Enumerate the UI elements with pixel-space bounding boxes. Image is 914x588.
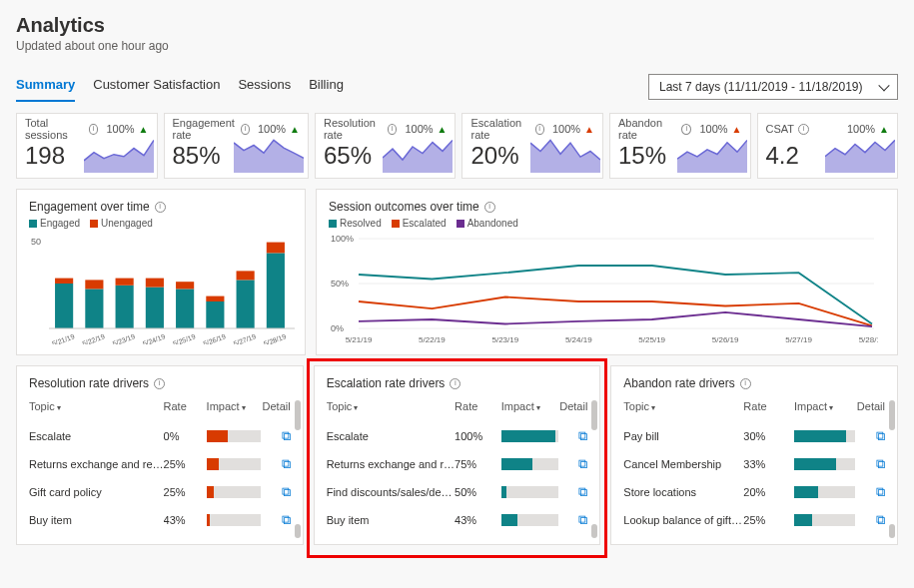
table-row[interactable]: Returns exchange and re… 25% ⧉ <box>29 450 291 478</box>
scroll-thumb[interactable] <box>591 524 597 538</box>
info-icon[interactable]: i <box>535 124 544 135</box>
svg-text:5/28/19: 5/28/19 <box>263 332 287 344</box>
svg-text:5/26/19: 5/26/19 <box>202 332 226 344</box>
col-impact[interactable]: Impact▾ <box>207 394 262 422</box>
scrollbar[interactable] <box>889 400 895 538</box>
tab-customer-satisfaction[interactable]: Customer Satisfaction <box>93 71 220 102</box>
detail-link-icon[interactable]: ⧉ <box>282 428 291 443</box>
table-row[interactable]: Buy item 43% ⧉ <box>29 506 291 534</box>
info-icon[interactable]: i <box>798 124 809 135</box>
col-topic[interactable]: Topic▾ <box>623 394 743 422</box>
trend-up-icon: ▲ <box>732 124 742 135</box>
rate-cell: 0% <box>164 422 207 450</box>
table-row[interactable]: Find discounts/sales/de… 50% ⧉ <box>327 478 588 506</box>
kpi-label: Abandon rate <box>618 117 677 141</box>
kpi-sparkline <box>530 139 594 173</box>
table-row[interactable]: Cancel Membership 33% ⧉ <box>623 450 885 478</box>
info-icon[interactable]: i <box>450 378 460 389</box>
date-range-label: Last 7 days (11/11/2019 - 11/18/2019) <box>659 80 862 94</box>
table-row[interactable]: Store locations 20% ⧉ <box>623 478 885 506</box>
legend: ResolvedEscalatedAbandoned <box>329 218 885 229</box>
detail-link-icon[interactable]: ⧉ <box>876 428 885 443</box>
topic-cell: Store locations <box>623 478 743 506</box>
svg-rect-17 <box>206 296 224 301</box>
impact-bar <box>794 514 855 526</box>
detail-link-icon[interactable]: ⧉ <box>876 512 885 527</box>
scroll-thumb[interactable] <box>295 524 301 538</box>
impact-bar <box>794 458 855 470</box>
col-rate[interactable]: Rate <box>164 394 207 422</box>
info-icon[interactable]: i <box>740 378 751 389</box>
legend-item: Resolved <box>329 218 382 229</box>
table-row[interactable]: Escalate 0% ⧉ <box>29 422 291 450</box>
kpi-pct: 100% <box>552 123 580 135</box>
tab-summary[interactable]: Summary <box>16 71 75 102</box>
col-rate[interactable]: Rate <box>455 394 501 422</box>
scroll-thumb[interactable] <box>889 400 895 430</box>
svg-text:0%: 0% <box>331 323 344 333</box>
scrollbar[interactable] <box>295 400 301 538</box>
table-row[interactable]: Buy item 43% ⧉ <box>327 506 588 534</box>
scroll-thumb[interactable] <box>889 524 895 538</box>
topic-cell: Returns exchange and re… <box>29 450 164 478</box>
col-topic[interactable]: Topic▾ <box>29 394 164 422</box>
svg-text:5/27/19: 5/27/19 <box>785 335 812 344</box>
info-icon[interactable]: i <box>154 378 165 389</box>
kpi-card-total-sessions[interactable]: Total sessions i 100% ▲ 198 <box>16 113 158 179</box>
kpi-card-engagement-rate[interactable]: Engagement rate i 100% ▲ 85% <box>164 113 309 179</box>
tab-strip: SummaryCustomer SatisfactionSessionsBill… <box>16 71 344 103</box>
info-icon[interactable]: i <box>681 124 691 135</box>
col-detail[interactable]: Detail <box>261 394 291 422</box>
rate-cell: 25% <box>164 450 207 478</box>
col-impact[interactable]: Impact▾ <box>794 394 855 422</box>
topic-cell: Pay bill <box>623 422 743 450</box>
info-icon[interactable]: i <box>155 202 166 213</box>
detail-link-icon[interactable]: ⧉ <box>578 512 587 527</box>
scroll-thumb[interactable] <box>295 400 301 430</box>
detail-link-icon[interactable]: ⧉ <box>578 428 587 443</box>
svg-text:5/27/19: 5/27/19 <box>233 332 257 344</box>
kpi-card-escalation-rate[interactable]: Escalation rate i 100% ▲ 20% <box>461 113 603 179</box>
svg-rect-11 <box>146 279 164 288</box>
table-row[interactable]: Escalate 100% ⧉ <box>327 422 588 450</box>
tab-billing[interactable]: Billing <box>309 71 344 102</box>
impact-bar <box>501 486 558 498</box>
info-icon[interactable]: i <box>89 124 99 135</box>
detail-link-icon[interactable]: ⧉ <box>876 484 885 499</box>
kpi-card-abandon-rate[interactable]: Abandon rate i 100% ▲ 15% <box>609 113 751 179</box>
scroll-thumb[interactable] <box>591 400 597 430</box>
topic-cell: Buy item <box>29 506 164 534</box>
trend-up-icon: ▲ <box>879 124 889 135</box>
col-topic[interactable]: Topic▾ <box>327 394 455 422</box>
legend-item: Escalated <box>392 218 447 229</box>
detail-link-icon[interactable]: ⧉ <box>578 484 587 499</box>
scrollbar[interactable] <box>591 400 597 538</box>
date-range-picker[interactable]: Last 7 days (11/11/2019 - 11/18/2019) <box>648 74 898 100</box>
table-row[interactable]: Lookup balance of gift… 25% ⧉ <box>623 506 885 534</box>
rate-cell: 50% <box>455 478 501 506</box>
table-row[interactable]: Returns exchange and r… 75% ⧉ <box>327 450 588 478</box>
detail-link-icon[interactable]: ⧉ <box>876 456 885 471</box>
svg-rect-2 <box>55 279 73 284</box>
kpi-card-csat[interactable]: CSAT i 100% ▲ 4.2 <box>757 113 899 179</box>
tab-sessions[interactable]: Sessions <box>238 71 291 102</box>
col-impact[interactable]: Impact▾ <box>501 394 558 422</box>
rate-cell: 33% <box>743 450 794 478</box>
kpi-card-resolution-rate[interactable]: Resolution rate i 100% ▲ 65% <box>315 113 457 179</box>
table-row[interactable]: Pay bill 30% ⧉ <box>623 422 885 450</box>
info-icon[interactable]: i <box>241 124 250 135</box>
detail-link-icon[interactable]: ⧉ <box>282 484 291 499</box>
col-rate[interactable]: Rate <box>743 394 794 422</box>
col-detail[interactable]: Detail <box>558 394 588 422</box>
kpi-pct: 100% <box>258 123 286 135</box>
col-detail[interactable]: Detail <box>855 394 885 422</box>
info-icon[interactable]: i <box>484 202 495 213</box>
detail-link-icon[interactable]: ⧉ <box>282 456 291 471</box>
detail-link-icon[interactable]: ⧉ <box>578 456 587 471</box>
svg-rect-16 <box>206 301 224 328</box>
table-row[interactable]: Gift card policy 25% ⧉ <box>29 478 291 506</box>
kpi-sparkline <box>84 139 148 173</box>
kpi-sparkline <box>677 139 741 173</box>
detail-link-icon[interactable]: ⧉ <box>282 512 291 527</box>
info-icon[interactable]: i <box>388 124 397 135</box>
